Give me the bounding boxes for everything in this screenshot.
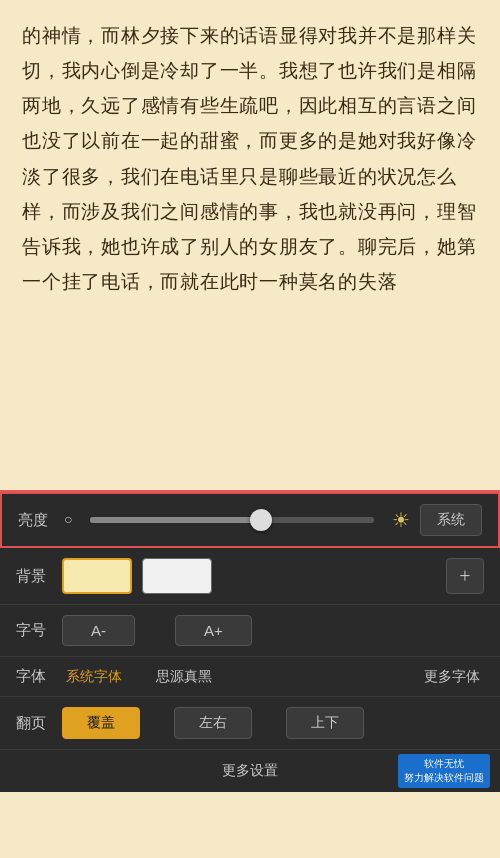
- watermark-line1: 软件无忧: [404, 757, 484, 771]
- background-row: 背景 +: [0, 548, 500, 605]
- watermark-line2: 努力解决软件问题: [404, 771, 484, 785]
- more-settings-button[interactable]: 更多设置: [222, 762, 278, 780]
- font-family-row: 字体 系统字体 思源真黑 更多字体: [0, 657, 500, 697]
- sun-small-icon: ○: [64, 512, 72, 528]
- reading-area: 的神情，而林夕接下来的话语显得对我并不是那样关切，我内心倒是冷却了一半。我想了也…: [0, 0, 500, 490]
- page-turn-row: 翻页 覆盖 左右 上下: [0, 697, 500, 750]
- brightness-slider[interactable]: [90, 517, 374, 523]
- add-bg-button[interactable]: +: [446, 558, 484, 594]
- page-turn-ud-button[interactable]: 上下: [286, 707, 364, 739]
- reading-text: 的神情，而林夕接下来的话语显得对我并不是那样关切，我内心倒是冷却了一半。我想了也…: [22, 18, 478, 299]
- font-family-label: 字体: [16, 667, 52, 686]
- page-turn-lr-button[interactable]: 左右: [174, 707, 252, 739]
- page-turn-cover-button[interactable]: 覆盖: [62, 707, 140, 739]
- font-system-option[interactable]: 系统字体: [62, 668, 126, 686]
- background-label: 背景: [16, 567, 52, 586]
- font-siyuan-option[interactable]: 思源真黑: [152, 668, 216, 686]
- page-turn-label: 翻页: [16, 714, 52, 733]
- settings-panel: 亮度 ○ ☀ 系统 背景 + 字号 A- A+ 字体 系统字体 思源真黑 更多字…: [0, 490, 500, 792]
- bg-warm-swatch[interactable]: [62, 558, 132, 594]
- system-button[interactable]: 系统: [420, 504, 482, 536]
- font-size-row: 字号 A- A+: [0, 605, 500, 657]
- sun-large-icon: ☀: [392, 508, 410, 532]
- font-more-option[interactable]: 更多字体: [420, 668, 484, 686]
- brightness-row: 亮度 ○ ☀ 系统: [0, 492, 500, 548]
- font-size-label: 字号: [16, 621, 52, 640]
- bg-white-swatch[interactable]: [142, 558, 212, 594]
- brightness-label: 亮度: [18, 511, 54, 530]
- font-increase-button[interactable]: A+: [175, 615, 252, 646]
- more-settings-row: 更多设置 软件无忧 努力解决软件问题: [0, 750, 500, 792]
- watermark: 软件无忧 努力解决软件问题: [398, 754, 490, 788]
- font-decrease-button[interactable]: A-: [62, 615, 135, 646]
